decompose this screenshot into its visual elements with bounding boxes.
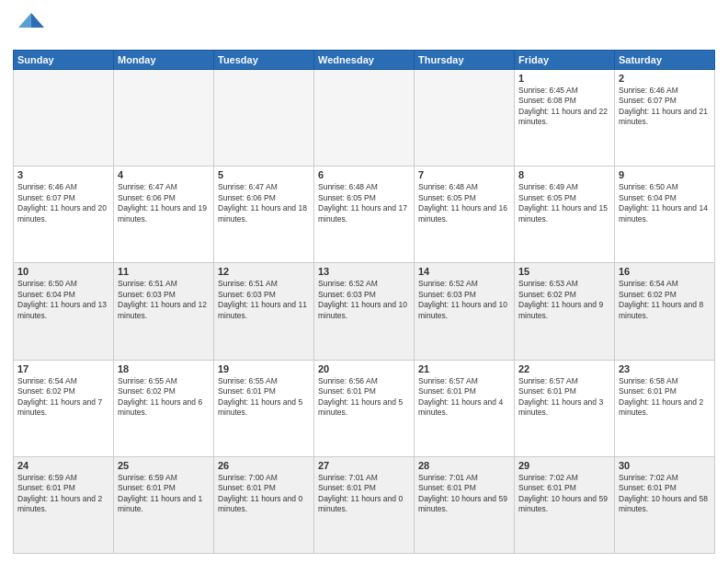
day-number: 2	[619, 73, 711, 84]
logo-icon	[13, 9, 46, 42]
calendar-cell: 30Sunrise: 7:02 AMSunset: 6:01 PMDayligh…	[615, 456, 715, 553]
day-number: 24	[17, 460, 109, 471]
calendar-cell	[314, 70, 415, 167]
day-info: Sunrise: 6:57 AMSunset: 6:01 PMDaylight:…	[518, 376, 610, 419]
calendar-cell: 19Sunrise: 6:55 AMSunset: 6:01 PMDayligh…	[214, 360, 314, 456]
calendar-cell: 12Sunrise: 6:51 AMSunset: 6:03 PMDayligh…	[214, 263, 314, 360]
day-number: 22	[518, 363, 610, 374]
calendar-cell: 14Sunrise: 6:52 AMSunset: 6:03 PMDayligh…	[415, 263, 515, 360]
day-number: 21	[418, 363, 510, 374]
day-number: 5	[218, 169, 310, 180]
day-info: Sunrise: 6:59 AMSunset: 6:01 PMDaylight:…	[17, 473, 109, 515]
weekday-header-sunday: Sunday	[14, 51, 114, 70]
calendar-cell: 11Sunrise: 6:51 AMSunset: 6:03 PMDayligh…	[114, 263, 214, 360]
day-number: 26	[218, 460, 310, 471]
weekday-row: SundayMondayTuesdayWednesdayThursdayFrid…	[14, 51, 715, 70]
day-info: Sunrise: 6:55 AMSunset: 6:02 PMDaylight:…	[118, 376, 210, 419]
calendar-cell	[14, 70, 114, 167]
calendar-cell: 23Sunrise: 6:58 AMSunset: 6:01 PMDayligh…	[615, 360, 715, 456]
day-info: Sunrise: 6:55 AMSunset: 6:01 PMDaylight:…	[218, 376, 310, 419]
day-number: 19	[218, 363, 310, 374]
day-number: 30	[619, 460, 711, 471]
calendar-week-1: 3Sunrise: 6:46 AMSunset: 6:07 PMDaylight…	[14, 167, 715, 263]
day-number: 10	[17, 266, 109, 277]
day-number: 14	[418, 266, 510, 277]
weekday-header-monday: Monday	[114, 51, 214, 70]
day-info: Sunrise: 6:46 AMSunset: 6:07 PMDaylight:…	[17, 182, 109, 224]
day-number: 8	[518, 169, 610, 180]
day-number: 11	[118, 266, 210, 277]
page: SundayMondayTuesdayWednesdayThursdayFrid…	[0, 0, 728, 563]
day-number: 15	[518, 266, 610, 277]
day-info: Sunrise: 6:46 AMSunset: 6:07 PMDaylight:…	[619, 86, 711, 128]
calendar-week-3: 17Sunrise: 6:54 AMSunset: 6:02 PMDayligh…	[14, 360, 715, 456]
day-info: Sunrise: 7:02 AMSunset: 6:01 PMDaylight:…	[518, 473, 610, 515]
day-info: Sunrise: 6:49 AMSunset: 6:05 PMDaylight:…	[518, 182, 610, 224]
day-info: Sunrise: 7:00 AMSunset: 6:01 PMDaylight:…	[218, 473, 310, 515]
day-info: Sunrise: 6:48 AMSunset: 6:05 PMDaylight:…	[418, 182, 510, 224]
day-number: 20	[318, 363, 410, 374]
calendar-cell	[214, 70, 314, 167]
day-info: Sunrise: 6:54 AMSunset: 6:02 PMDaylight:…	[17, 376, 109, 419]
calendar-cell: 17Sunrise: 6:54 AMSunset: 6:02 PMDayligh…	[14, 360, 114, 456]
weekday-header-wednesday: Wednesday	[314, 51, 415, 70]
day-number: 25	[118, 460, 210, 471]
calendar-cell: 5Sunrise: 6:47 AMSunset: 6:06 PMDaylight…	[214, 167, 314, 263]
day-number: 23	[619, 363, 711, 374]
day-info: Sunrise: 6:47 AMSunset: 6:06 PMDaylight:…	[218, 182, 310, 224]
calendar-cell: 25Sunrise: 6:59 AMSunset: 6:01 PMDayligh…	[114, 456, 214, 553]
calendar-cell: 20Sunrise: 6:56 AMSunset: 6:01 PMDayligh…	[314, 360, 415, 456]
svg-marker-1	[18, 13, 31, 28]
day-number: 27	[318, 460, 410, 471]
day-info: Sunrise: 7:01 AMSunset: 6:01 PMDaylight:…	[418, 473, 510, 515]
day-number: 12	[218, 266, 310, 277]
calendar-header: SundayMondayTuesdayWednesdayThursdayFrid…	[14, 51, 715, 70]
calendar-cell: 7Sunrise: 6:48 AMSunset: 6:05 PMDaylight…	[415, 167, 515, 263]
calendar-cell: 27Sunrise: 7:01 AMSunset: 6:01 PMDayligh…	[314, 456, 415, 553]
day-number: 7	[418, 169, 510, 180]
day-number: 3	[17, 169, 109, 180]
calendar-cell: 3Sunrise: 6:46 AMSunset: 6:07 PMDaylight…	[14, 167, 114, 263]
calendar-cell: 4Sunrise: 6:47 AMSunset: 6:06 PMDaylight…	[114, 167, 214, 263]
day-info: Sunrise: 6:50 AMSunset: 6:04 PMDaylight:…	[17, 279, 109, 321]
calendar-cell: 15Sunrise: 6:53 AMSunset: 6:02 PMDayligh…	[515, 263, 615, 360]
calendar-cell: 2Sunrise: 6:46 AMSunset: 6:07 PMDaylight…	[615, 70, 715, 167]
weekday-header-friday: Friday	[515, 51, 615, 70]
day-number: 13	[318, 266, 410, 277]
calendar-cell: 28Sunrise: 7:01 AMSunset: 6:01 PMDayligh…	[415, 456, 515, 553]
day-number: 17	[17, 363, 109, 374]
weekday-header-thursday: Thursday	[415, 51, 515, 70]
weekday-header-tuesday: Tuesday	[214, 51, 314, 70]
day-info: Sunrise: 6:58 AMSunset: 6:01 PMDaylight:…	[619, 376, 711, 419]
day-info: Sunrise: 6:51 AMSunset: 6:03 PMDaylight:…	[218, 279, 310, 321]
day-info: Sunrise: 6:47 AMSunset: 6:06 PMDaylight:…	[118, 182, 210, 224]
calendar-body: 1Sunrise: 6:45 AMSunset: 6:08 PMDaylight…	[14, 70, 715, 554]
calendar-cell: 13Sunrise: 6:52 AMSunset: 6:03 PMDayligh…	[314, 263, 415, 360]
day-info: Sunrise: 6:52 AMSunset: 6:03 PMDaylight:…	[418, 279, 510, 321]
day-number: 28	[418, 460, 510, 471]
day-info: Sunrise: 6:48 AMSunset: 6:05 PMDaylight:…	[318, 182, 410, 224]
calendar-cell	[415, 70, 515, 167]
day-number: 4	[118, 169, 210, 180]
day-number: 29	[518, 460, 610, 471]
day-info: Sunrise: 6:53 AMSunset: 6:02 PMDaylight:…	[518, 279, 610, 321]
calendar-cell: 29Sunrise: 7:02 AMSunset: 6:01 PMDayligh…	[515, 456, 615, 553]
weekday-header-saturday: Saturday	[615, 51, 715, 70]
svg-marker-0	[31, 13, 44, 28]
day-info: Sunrise: 7:01 AMSunset: 6:01 PMDaylight:…	[318, 473, 410, 515]
calendar-week-2: 10Sunrise: 6:50 AMSunset: 6:04 PMDayligh…	[14, 263, 715, 360]
day-info: Sunrise: 6:59 AMSunset: 6:01 PMDaylight:…	[118, 473, 210, 515]
calendar-cell: 21Sunrise: 6:57 AMSunset: 6:01 PMDayligh…	[415, 360, 515, 456]
day-info: Sunrise: 6:57 AMSunset: 6:01 PMDaylight:…	[418, 376, 510, 419]
calendar-cell: 16Sunrise: 6:54 AMSunset: 6:02 PMDayligh…	[615, 263, 715, 360]
calendar-cell: 9Sunrise: 6:50 AMSunset: 6:04 PMDaylight…	[615, 167, 715, 263]
calendar-cell: 8Sunrise: 6:49 AMSunset: 6:05 PMDaylight…	[515, 167, 615, 263]
day-number: 18	[118, 363, 210, 374]
day-info: Sunrise: 6:52 AMSunset: 6:03 PMDaylight:…	[318, 279, 410, 321]
calendar-cell: 1Sunrise: 6:45 AMSunset: 6:08 PMDaylight…	[515, 70, 615, 167]
header	[13, 9, 715, 42]
day-info: Sunrise: 6:54 AMSunset: 6:02 PMDaylight:…	[619, 279, 711, 321]
calendar-table: SundayMondayTuesdayWednesdayThursdayFrid…	[13, 50, 715, 554]
day-info: Sunrise: 6:50 AMSunset: 6:04 PMDaylight:…	[619, 182, 711, 224]
day-number: 1	[518, 73, 610, 84]
